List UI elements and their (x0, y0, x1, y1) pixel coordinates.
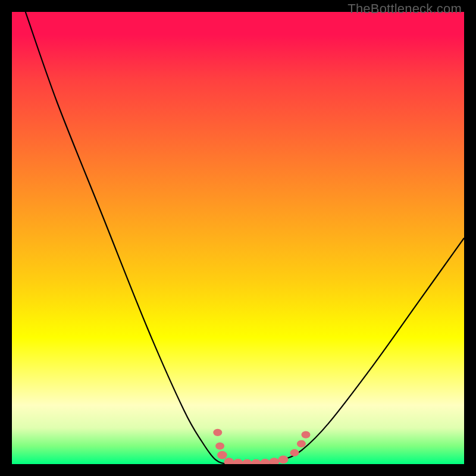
watermark-text: TheBottleneck.com (347, 1, 462, 17)
chart-plot-area (12, 12, 464, 464)
